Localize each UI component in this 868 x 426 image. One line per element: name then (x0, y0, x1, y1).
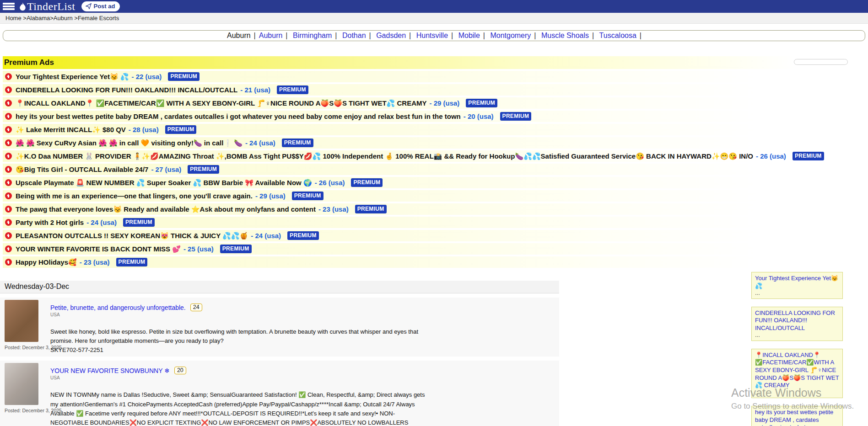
city-separator: | (592, 32, 594, 39)
premium-ad-row[interactable]: 📍INCALL OAKLAND📍 ✅FACETIME/CAR✅ WITH A S… (3, 97, 865, 109)
premium-ad-row[interactable]: Happy HOlidays🥰 - 23 (usa) PREMIUM (3, 256, 865, 268)
premium-ad-text[interactable]: 😘Big Tits Girl - OUTCALL Available 24/7 (16, 165, 148, 174)
boost-arrow-icon[interactable] (5, 86, 12, 93)
premium-badge[interactable]: PREMIUM (188, 165, 219, 174)
city-link[interactable]: Gadsden (376, 32, 406, 39)
premium-ad-text[interactable]: Happy HOlidays🥰 (16, 258, 77, 266)
premium-badge[interactable]: PREMIUM (168, 72, 199, 81)
premium-ad-text[interactable]: ✨K.O Daa NUMBER 🐰 PROVIDER 🧍✨💋AMAZING Th… (16, 152, 753, 160)
premium-ad-row[interactable]: Upscale Playmate 🚨 NEW NUMBER 💦 Super So… (3, 177, 865, 188)
sidebar-ad-text[interactable]: hey its your best wettes petite baby DRE… (755, 409, 840, 426)
premium-badge[interactable]: PREMIUM (277, 85, 308, 94)
premium-badge[interactable]: PREMIUM (351, 178, 383, 187)
premium-ad-row[interactable]: Your Tightest Experience Yet😼 💦 - 22 (us… (3, 71, 865, 82)
hamburger-menu-icon[interactable] (3, 2, 15, 11)
premium-ad-row[interactable]: Party with 2 Hot girls - 24 (usa) PREMIU… (3, 217, 865, 228)
premium-badge[interactable]: PREMIUM (116, 258, 148, 266)
listing-photo[interactable] (5, 300, 38, 342)
boost-arrow-icon[interactable] (5, 153, 12, 160)
premium-badge[interactable]: PREMIUM (220, 245, 252, 253)
city-link[interactable]: Montgomery (490, 32, 531, 39)
boost-arrow-icon[interactable] (5, 166, 12, 173)
premium-ad-row[interactable]: hey its your best wettes petite baby DRE… (3, 111, 865, 122)
premium-ad-row[interactable]: PLEASANTON OUTCALLS !! SEXY KOREAN😻 THIC… (3, 230, 865, 241)
listing-photo[interactable] (5, 363, 38, 405)
boost-arrow-icon[interactable] (5, 126, 12, 133)
premium-ad-text[interactable]: CINDERELLA LOOKING FOR FUN!!! OAKLAND!!!… (16, 86, 237, 94)
premium-badge[interactable]: PREMIUM (292, 192, 323, 200)
boost-arrow-icon[interactable] (5, 259, 12, 266)
sidebar-ad-box[interactable]: hey its your best wettes petite baby DRE… (751, 406, 843, 426)
listing-title-link[interactable]: Petite, brunette, and dangerously unforg… (50, 304, 186, 311)
premium-ad-text[interactable]: Party with 2 Hot girls (16, 218, 84, 226)
boost-arrow-icon[interactable] (5, 179, 12, 186)
premium-ad-text[interactable]: Your Tightest Experience Yet😼 💦 (16, 73, 129, 81)
premium-ad-text[interactable]: hey its your best wettes petite baby DRE… (16, 112, 461, 120)
brand-logo[interactable]: TinderList (19, 0, 75, 13)
premium-ad-text[interactable]: 🌺 🌺 Sexy CuRvy Asian 🌺 🌺 in call 🧡 visit… (16, 139, 243, 147)
premium-ad-row[interactable]: CINDERELLA LOOKING FOR FUN!!! OAKLAND!!!… (3, 84, 865, 96)
premium-ad-row[interactable]: Being with me is an experience—one that … (3, 190, 865, 202)
listing-photo-column: Posted: December 3, 2025 (5, 363, 42, 426)
city-link[interactable]: Mobile (458, 32, 480, 39)
boost-arrow-icon[interactable] (5, 192, 12, 199)
city-link[interactable]: Muscle Shoals (541, 32, 589, 39)
premium-ad-text[interactable]: 📍INCALL OAKLAND📍 ✅FACETIME/CAR✅ WITH A S… (16, 99, 427, 107)
premium-ad-row[interactable]: 😘Big Tits Girl - OUTCALL Available 24/7 … (3, 164, 865, 175)
city-link[interactable]: Auburn (259, 32, 283, 39)
post-ad-button[interactable]: Post ad (81, 1, 120, 11)
premium-badge[interactable]: PREMIUM (793, 152, 824, 160)
city-link[interactable]: Tuscaloosa (599, 32, 636, 39)
city-link[interactable]: Birmingham (293, 32, 332, 39)
premium-ad-text[interactable]: Upscale Playmate 🚨 NEW NUMBER 💦 Super So… (16, 179, 312, 187)
premium-ad-text[interactable]: The pawg that everyone loves😼 Ready and … (16, 205, 316, 213)
premium-badge[interactable]: PREMIUM (287, 231, 319, 240)
boost-arrow-icon[interactable] (5, 139, 12, 146)
boost-arrow-icon[interactable] (5, 219, 12, 226)
premium-ad-age: - 28 (usa) (129, 126, 159, 133)
page: TinderList Post ad Home >Alabama>Auburn … (0, 0, 868, 426)
city-link[interactable]: Dothan (342, 32, 366, 39)
premium-ad-row[interactable]: 🌺 🌺 Sexy CuRvy Asian 🌺 🌺 in call 🧡 visit… (3, 137, 865, 149)
premium-badge[interactable]: PREMIUM (123, 218, 155, 227)
boost-arrow-icon[interactable] (5, 245, 12, 252)
premium-badge[interactable]: PREMIUM (165, 125, 197, 134)
boost-arrow-icon[interactable] (5, 73, 12, 80)
posted-date: Posted: December 3, 2025 (5, 345, 42, 350)
premium-ad-text[interactable]: Being with me is an experience—one that … (16, 192, 253, 200)
premium-ad-age: - 26 (usa) (315, 179, 345, 186)
premium-ad-age: - 25 (usa) (183, 245, 214, 253)
sidebar-ad-text[interactable]: 📍INCALL OAKLAND📍 ✅FACETIME/CAR✅WITH A SE… (755, 351, 840, 389)
city-links: Auburn| Birmingham| Dothan| Gadsden| Hun… (257, 32, 643, 40)
premium-ad-age: - 29 (usa) (430, 99, 460, 107)
boost-arrow-icon[interactable] (5, 232, 12, 239)
age-badge: 24 (190, 304, 202, 311)
premium-badge[interactable]: PREMIUM (500, 112, 532, 121)
premium-ad-text[interactable]: PLEASANTON OUTCALLS !! SEXY KOREAN😻 THIC… (16, 232, 248, 240)
sidebar-ad-box[interactable]: 📍INCALL OAKLAND📍 ✅FACETIME/CAR✅WITH A SE… (751, 349, 843, 398)
city-link[interactable]: Huntsville (416, 32, 448, 39)
boost-arrow-icon[interactable] (5, 113, 12, 120)
sidebar-ad-text[interactable]: CINDERELLA LOOKING FOR FUN!!! OAKLAND!!!… (755, 309, 840, 332)
premium-ad-row[interactable]: ✨ Lake Merritt INCALL✨ $80 QV - 28 (usa)… (3, 124, 865, 135)
premium-badge[interactable]: PREMIUM (355, 205, 387, 213)
premium-badge[interactable]: PREMIUM (466, 99, 497, 107)
premium-ad-text[interactable]: ✨ Lake Merritt INCALL✨ $80 QV (16, 126, 126, 134)
premium-badge[interactable]: PREMIUM (282, 138, 313, 147)
sidebar-ad-box[interactable]: CINDERELLA LOOKING FOR FUN!!! OAKLAND!!!… (751, 307, 843, 341)
premium-ad-age: - 23 (usa) (80, 258, 110, 266)
paper-plane-icon (86, 3, 92, 9)
sidebar-ad-ellipsis: ... (755, 290, 840, 296)
premium-ad-row[interactable]: ✨K.O Daa NUMBER 🐰 PROVIDER 🧍✨💋AMAZING Th… (3, 150, 865, 162)
premium-ad-row[interactable]: YOUR WINTER FAVORITE IS BACK DONT MISS 💕… (3, 243, 865, 255)
listing-title-link[interactable]: YOUR NEW FAVORITE SNOWBUNNY ❄ (50, 367, 170, 374)
sidebar-ad-box[interactable]: Your Tightest Experience Yet😼 💦 ... (751, 272, 843, 299)
premium-ad-text[interactable]: YOUR WINTER FAVORITE IS BACK DONT MISS 💕 (16, 245, 181, 253)
sidebar-ad-text[interactable]: Your Tightest Experience Yet😼 💦 (755, 275, 840, 290)
breadcrumb[interactable]: Home >Alabama>Auburn >Female Escorts (5, 15, 119, 21)
city-separator: | (534, 32, 536, 39)
boost-arrow-icon[interactable] (5, 100, 12, 106)
sidebar-ads: Your Tightest Experience Yet😼 💦 ... CIND… (751, 272, 843, 426)
boost-arrow-icon[interactable] (5, 206, 12, 213)
premium-ad-row[interactable]: The pawg that everyone loves😼 Ready and … (3, 203, 865, 215)
